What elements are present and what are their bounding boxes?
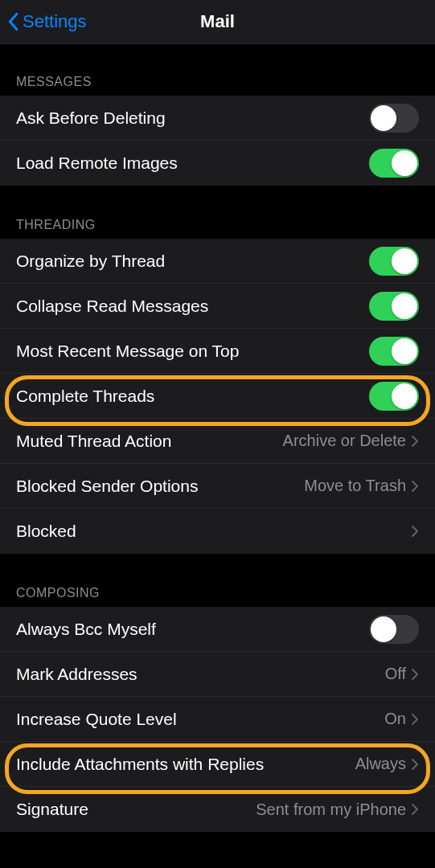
row-label: Include Attachments with Replies: [16, 755, 264, 774]
row-signature[interactable]: Signature Sent from my iPhone: [0, 787, 435, 832]
page-title: Mail: [200, 11, 235, 32]
row-value-text: Off: [385, 665, 406, 683]
row-ask-before-deleting[interactable]: Ask Before Deleting: [0, 96, 435, 141]
toggle-ask-before-deleting[interactable]: [369, 104, 419, 133]
row-label: Ask Before Deleting: [16, 108, 166, 128]
row-value: Move to Trash: [304, 477, 419, 495]
toggle-knob: [371, 616, 396, 642]
nav-bar: Settings Mail: [0, 0, 435, 44]
row-collapse-read-messages[interactable]: Collapse Read Messages: [0, 284, 435, 329]
row-label: Load Remote Images: [16, 154, 178, 173]
row-mark-addresses[interactable]: Mark Addresses Off: [0, 652, 435, 697]
chevron-right-icon: [411, 668, 419, 681]
row-label: Mark Addresses: [16, 665, 137, 684]
row-value: Archive or Delete: [283, 432, 419, 450]
chevron-right-icon: [411, 803, 419, 816]
row-label: Signature: [16, 800, 88, 819]
chevron-right-icon: [411, 480, 419, 493]
toggle-knob: [392, 248, 417, 274]
row-label: Organize by Thread: [16, 252, 165, 271]
section-header-messages: MESSAGES: [0, 44, 435, 96]
toggle-knob: [392, 150, 417, 176]
row-load-remote-images[interactable]: Load Remote Images: [0, 141, 435, 186]
chevron-right-icon: [411, 758, 419, 771]
row-value-text: Move to Trash: [304, 477, 406, 495]
toggle-knob: [371, 105, 396, 131]
toggle-complete-threads[interactable]: [369, 382, 419, 411]
row-complete-threads[interactable]: Complete Threads: [0, 374, 435, 419]
row-muted-thread-action[interactable]: Muted Thread Action Archive or Delete: [0, 419, 435, 464]
row-value: Always: [355, 755, 419, 773]
row-label: Most Recent Message on Top: [16, 342, 239, 361]
toggle-collapse-read[interactable]: [369, 292, 419, 321]
toggle-knob: [392, 383, 417, 409]
toggle-load-remote-images[interactable]: [369, 149, 419, 178]
row-blocked[interactable]: Blocked: [0, 509, 435, 554]
toggle-most-recent-top[interactable]: [369, 337, 419, 366]
row-most-recent-on-top[interactable]: Most Recent Message on Top: [0, 329, 435, 374]
back-label: Settings: [23, 11, 87, 32]
row-value-text: Archive or Delete: [283, 432, 406, 450]
row-value: Sent from my iPhone: [256, 800, 419, 819]
row-label: Increase Quote Level: [16, 710, 177, 729]
row-increase-quote-level[interactable]: Increase Quote Level On: [0, 697, 435, 742]
row-value-text: On: [384, 710, 406, 728]
section-composing: Always Bcc Myself Mark Addresses Off Inc…: [0, 607, 435, 832]
chevron-right-icon: [411, 435, 419, 448]
section-header-threading: THREADING: [0, 186, 435, 239]
row-always-bcc-myself[interactable]: Always Bcc Myself: [0, 607, 435, 652]
row-label: Blocked Sender Options: [16, 477, 198, 496]
row-label: Always Bcc Myself: [16, 620, 156, 639]
chevron-left-icon: [6, 12, 19, 31]
row-label: Collapse Read Messages: [16, 297, 208, 316]
section-header-composing: COMPOSING: [0, 554, 435, 607]
toggle-knob: [392, 338, 417, 364]
section-messages: Ask Before Deleting Load Remote Images: [0, 96, 435, 186]
row-value-text: Always: [355, 755, 406, 773]
toggle-knob: [392, 293, 417, 319]
row-value-text: Sent from my iPhone: [256, 800, 406, 819]
row-label: Muted Thread Action: [16, 432, 171, 451]
row-value: Off: [385, 665, 419, 683]
chevron-right-icon: [411, 525, 419, 538]
row-value: [411, 525, 419, 538]
toggle-always-bcc[interactable]: [369, 615, 419, 644]
section-threading: Organize by Thread Collapse Read Message…: [0, 239, 435, 554]
chevron-right-icon: [411, 713, 419, 726]
row-include-attachments[interactable]: Include Attachments with Replies Always: [0, 742, 435, 787]
row-value: On: [384, 710, 419, 728]
row-label: Blocked: [16, 522, 76, 541]
row-organize-by-thread[interactable]: Organize by Thread: [0, 239, 435, 284]
toggle-organize-by-thread[interactable]: [369, 247, 419, 276]
back-button[interactable]: Settings: [0, 11, 87, 32]
row-label: Complete Threads: [16, 387, 154, 406]
row-blocked-sender-options[interactable]: Blocked Sender Options Move to Trash: [0, 464, 435, 509]
